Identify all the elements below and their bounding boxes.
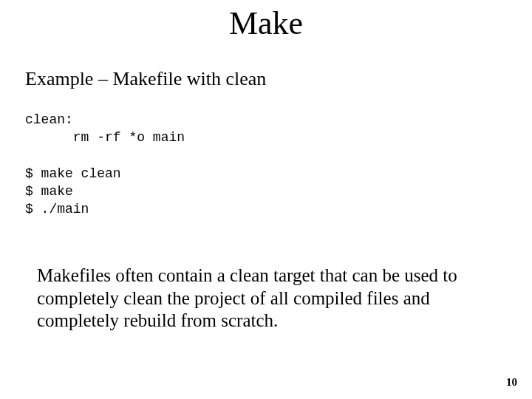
slide-title: Make [0, 4, 532, 42]
code-block: clean: rm -rf *o main $ make clean $ mak… [25, 111, 185, 219]
slide-subtitle: Example – Makefile with clean [25, 68, 266, 90]
body-text: Makefiles often contain a clean target t… [37, 265, 495, 332]
slide: Make Example – Makefile with clean clean… [0, 0, 532, 399]
page-number: 10 [506, 376, 517, 389]
